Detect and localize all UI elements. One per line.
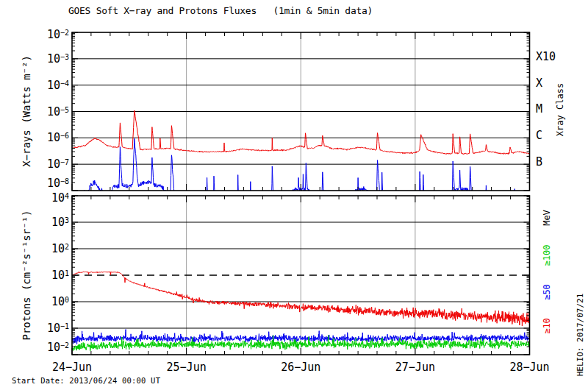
y-tick-label: 101 <box>51 270 69 281</box>
x-tick-label: 26−Jun <box>281 361 320 374</box>
y-tick-label: 102 <box>51 244 69 255</box>
helio-date-watermark: HELIO: 2017/07/21 <box>576 294 585 377</box>
y-tick-label: 10−4 <box>47 79 69 91</box>
start-date-label: Start Date: 2013/06/24 00:00 UT <box>12 376 160 385</box>
mev-axis-label: MeV <box>542 210 552 226</box>
y-tick-label: 10−7 <box>47 159 69 170</box>
xray-class-label-x: X <box>536 77 542 90</box>
y-tick-label: 10−1 <box>47 323 69 334</box>
y-tick-label: 103 <box>51 217 69 228</box>
xray-class-label-m: M <box>536 102 542 116</box>
xray-class-label-b: B <box>536 155 542 169</box>
proton-y-axis-label: Protons (cm⁻²s⁻¹sr⁻¹) <box>21 210 32 340</box>
goes-flux-chart: GOES Soft X−ray and Protons Fluxes (1min… <box>0 0 588 390</box>
proton-threshold-label-ge100: ≥100 <box>542 245 552 266</box>
y-tick-label: 10−6 <box>47 132 69 143</box>
y-tick-label: 10−5 <box>47 106 69 117</box>
y-tick-label: 100 <box>51 297 69 308</box>
xray-y-axis-label: X−rays (Watts m⁻²) <box>21 55 32 167</box>
xray-class-label-x10: X10 <box>536 50 556 63</box>
y-tick-label: 10−8 <box>47 178 69 189</box>
x-tick-label: 25−Jun <box>167 361 207 374</box>
y-tick-label: 10−3 <box>47 53 69 64</box>
xray-class-axis-label: Xray Class <box>555 83 565 136</box>
proton-threshold-label-ge10: ≥10 <box>542 318 552 334</box>
y-tick-label: 10−2 <box>47 29 69 40</box>
xray-class-label-c: C <box>536 129 542 142</box>
x-tick-label: 27−Jun <box>395 361 435 374</box>
y-tick-label: 10−2 <box>47 342 69 353</box>
y-tick-label: 104 <box>51 193 69 204</box>
x-tick-label: 24−Jun <box>52 361 92 374</box>
plot-canvas <box>0 0 588 390</box>
x-tick-label: 28−Jun <box>509 361 549 374</box>
proton-threshold-label-ge50: ≥50 <box>542 284 552 300</box>
